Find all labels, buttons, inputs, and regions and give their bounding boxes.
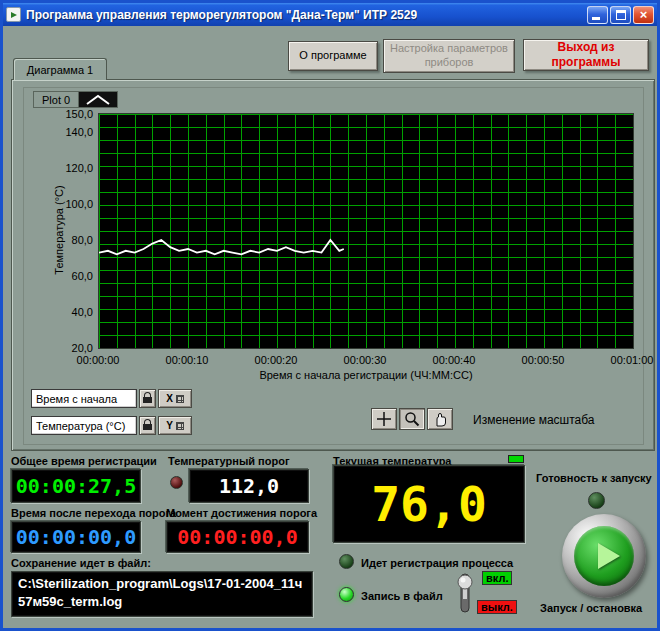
y-scale-icon: Y	[166, 420, 173, 431]
threshold-display: 112,0	[189, 469, 309, 503]
app-icon	[6, 7, 21, 22]
plot-legend[interactable]: Plot 0	[33, 91, 118, 108]
x-tick-label: 00:01:00	[611, 354, 654, 366]
x-tick-label: 00:00:50	[522, 354, 565, 366]
temp-status-indicator	[508, 455, 524, 463]
y-tick-label: 60,0	[72, 270, 93, 282]
exit-button[interactable]: Выход из программы	[523, 39, 649, 71]
y-axis-selector[interactable]: Температура (°C)	[31, 416, 137, 435]
x-tick-label: 00:00:40	[433, 354, 476, 366]
minimize-button[interactable]	[587, 6, 608, 24]
y-axis-title: Температура (°C)	[53, 150, 65, 310]
ready-label: Готовность к запуску	[536, 472, 652, 484]
switch-off-badge: выкл.	[477, 600, 517, 614]
record-label: Запись в файл	[361, 590, 443, 602]
crosshair-icon	[376, 411, 392, 427]
start-stop-label: Запуск / остановка	[540, 602, 642, 614]
y-axis-scale-button[interactable]: Y	[158, 416, 192, 435]
magnifier-icon	[404, 411, 420, 427]
record-led	[339, 587, 354, 602]
pan-tool-button[interactable]	[427, 408, 453, 430]
padlock-icon	[143, 424, 152, 431]
window-title: Программа управления терморегулятором "Д…	[26, 8, 417, 22]
close-button[interactable]: ×	[633, 6, 654, 24]
y-tick-label: 120,0	[65, 162, 93, 174]
maximize-button[interactable]	[610, 6, 631, 24]
threshold-moment-display: 00:00:00,0	[166, 521, 309, 553]
scale-grid-icon	[176, 395, 184, 403]
tab-diagram-1[interactable]: Диаграмма 1	[13, 58, 107, 80]
time-after-threshold-display: 00:00:00,0	[11, 521, 141, 553]
registration-led	[339, 554, 354, 569]
plot-legend-label: Plot 0	[33, 91, 78, 108]
x-axis-selector[interactable]: Время с начала	[31, 389, 137, 408]
threshold-led	[170, 476, 183, 489]
zoom-label: Изменение масштаба	[473, 413, 595, 427]
y-tick-label: 20,0	[72, 342, 93, 354]
zoom-tool-button[interactable]	[399, 408, 425, 430]
x-tick-label: 00:00:00	[77, 354, 120, 366]
plot-area[interactable]	[98, 113, 634, 349]
y-tick-label: 40,0	[72, 306, 93, 318]
y-tick-label: 100,0	[65, 198, 93, 210]
x-tick-label: 00:00:10	[166, 354, 209, 366]
y-tick-label: 150,0	[65, 108, 93, 120]
ready-led	[588, 492, 605, 509]
x-axis-ticks: 00:00:0000:00:1000:00:2000:00:3000:00:40…	[98, 354, 634, 368]
play-icon	[598, 543, 620, 569]
y-axis-lock-button[interactable]	[139, 416, 156, 435]
hand-icon	[432, 411, 448, 427]
total-time-label: Общее время регистрации	[11, 455, 157, 467]
current-temp-display: 76,0	[333, 465, 525, 543]
x-tick-label: 00:00:20	[255, 354, 298, 366]
maximize-icon	[616, 10, 626, 20]
threshold-moment-label: Момент достижения порога	[166, 507, 317, 519]
switch-on-badge: вкл.	[482, 571, 512, 585]
plot-line-sample-icon	[78, 91, 118, 108]
x-axis-title: Время с начала регистрации (ЧЧ:ММ:СС)	[98, 369, 634, 381]
x-scale-icon: X	[166, 393, 173, 404]
log-file-path: C:\Sterilization_program\Logs\17-01-2004…	[11, 571, 313, 617]
cursor-tool-button[interactable]	[371, 408, 397, 430]
padlock-icon	[143, 397, 152, 404]
threshold-label: Температурный порог	[168, 455, 289, 467]
about-button[interactable]: О программе	[288, 41, 378, 71]
start-stop-button[interactable]	[562, 514, 646, 598]
title-bar[interactable]: Программа управления терморегулятором "Д…	[3, 3, 657, 26]
settings-button[interactable]: Настройка параметров приборов	[383, 39, 515, 73]
x-axis-scale-button[interactable]: X	[158, 389, 192, 408]
minimize-icon	[592, 17, 600, 20]
x-tick-label: 00:00:30	[344, 354, 387, 366]
registration-label: Идет регистрация процесса	[361, 557, 513, 569]
scale-grid-icon	[176, 422, 184, 430]
y-tick-label: 80,0	[72, 234, 93, 246]
record-toggle-switch[interactable]	[452, 569, 478, 617]
total-time-display: 00:00:27,5	[11, 469, 141, 503]
y-tick-label: 140,0	[65, 126, 93, 138]
start-stop-button-face	[574, 526, 634, 586]
app-window: Программа управления терморегулятором "Д…	[0, 0, 660, 631]
log-file-label: Сохранение идет в файл:	[11, 557, 151, 569]
time-after-threshold-label: Время после перехода порога	[11, 507, 176, 519]
x-axis-lock-button[interactable]	[139, 389, 156, 408]
